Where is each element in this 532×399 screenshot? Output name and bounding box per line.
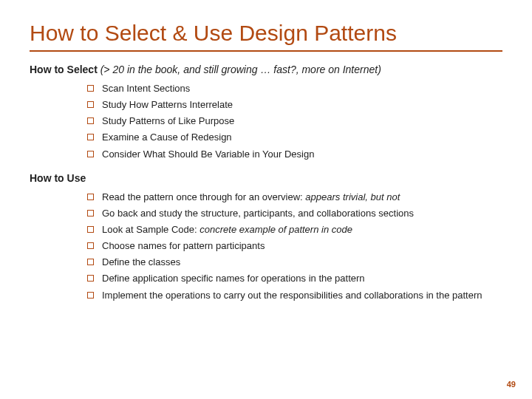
section-heading-bold: How to Select — [30, 64, 98, 75]
list-item-text: Define application specific names for op… — [102, 273, 365, 284]
list-item: Scan Intent Sections — [87, 81, 502, 96]
list-item-italic: concrete example of pattern in code — [200, 224, 352, 235]
section-heading-select: How to Select (> 20 in the book, and sti… — [30, 64, 502, 75]
list-item-text: Study How Patterns Interrelate — [102, 99, 233, 110]
page-number: 49 — [507, 380, 516, 389]
list-item-text: Define the classes — [102, 256, 180, 267]
section-heading-sub: (> 20 in the book, and still growing … f… — [98, 64, 381, 75]
list-item: Read the pattern once through for an ove… — [87, 190, 502, 205]
list-item-text: Examine a Cause of Redesign — [102, 132, 232, 143]
select-list: Scan Intent Sections Study How Patterns … — [87, 81, 502, 162]
list-item-italic: appears trivial, but not — [305, 191, 400, 202]
list-item: Choose names for pattern participants — [87, 239, 502, 253]
list-item-text: Go back and study the structure, partici… — [102, 208, 414, 219]
list-item: Go back and study the structure, partici… — [87, 206, 502, 221]
list-item-text: Scan Intent Sections — [102, 83, 190, 94]
list-item-text: Study Patterns of Like Purpose — [102, 115, 234, 126]
list-item: Implement the operations to carry out th… — [87, 288, 502, 303]
list-item-text: Look at Sample Code: — [102, 224, 200, 235]
use-list: Read the pattern once through for an ove… — [87, 190, 502, 303]
page-title: How to Select & Use Design Patterns — [30, 21, 502, 52]
list-item: Examine a Cause of Redesign — [87, 130, 502, 145]
list-item: Look at Sample Code: concrete example of… — [87, 222, 502, 237]
list-item-text: Implement the operations to carry out th… — [102, 290, 482, 301]
list-item-text: Choose names for pattern participants — [102, 240, 265, 251]
list-item: Consider What Should Be Variable in Your… — [87, 147, 502, 162]
list-item: Study Patterns of Like Purpose — [87, 114, 502, 129]
slide: How to Select & Use Design Patterns How … — [0, 0, 532, 399]
list-item-text: Read the pattern once through for an ove… — [102, 191, 305, 202]
list-item: Define application specific names for op… — [87, 271, 502, 286]
section-heading-use: How to Use — [30, 172, 502, 184]
list-item: Define the classes — [87, 255, 502, 270]
list-item: Study How Patterns Interrelate — [87, 98, 502, 112]
list-item-text: Consider What Should Be Variable in Your… — [102, 149, 314, 160]
section-heading-bold: How to Use — [30, 172, 86, 184]
